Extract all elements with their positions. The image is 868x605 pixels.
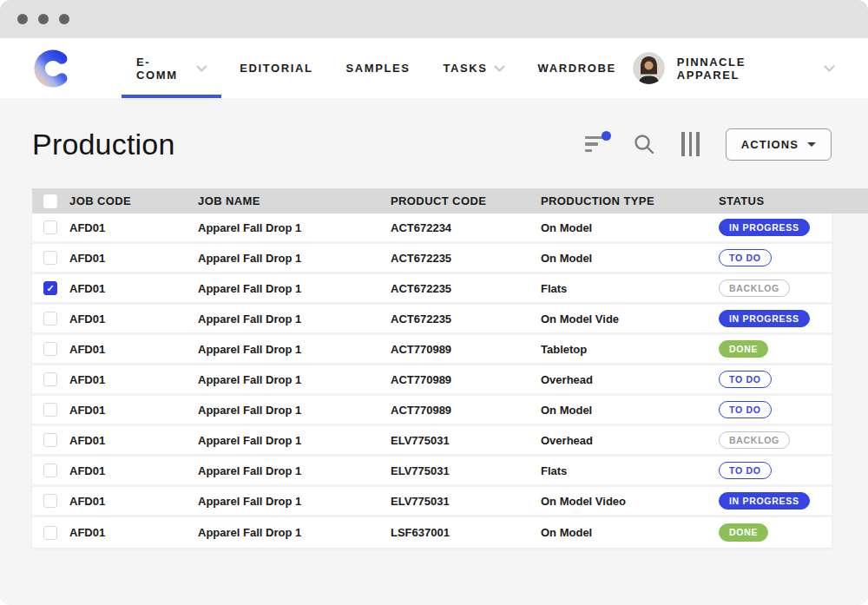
caret-down-icon [807,142,816,147]
nav-item-samples[interactable]: SAMPLES [329,38,426,98]
nav-item-label: EDITORIAL [240,62,312,75]
job-name-cell: Apparel Fall Drop 1 [198,464,391,477]
table-row[interactable]: AFD01 Apparel Fall Drop 1 ACT672234 On M… [32,214,832,244]
product-code-cell: ACT770989 [391,373,541,386]
status-cell: IN PROGRESS [719,310,832,328]
nav-item-label: TASKS [443,62,487,75]
row-checkbox[interactable] [43,372,57,386]
job-code-cell: AFD01 [69,404,198,417]
row-checkbox[interactable] [43,312,57,326]
row-checkbox-cell [32,372,69,386]
status-badge: BACKLOG [719,431,790,450]
job-name-cell: Apparel Fall Drop 1 [198,282,391,295]
job-name-cell: Apparel Fall Drop 1 [198,373,391,386]
nav-item-tasks[interactable]: TASKS [426,38,521,98]
product-code-cell: LSF637001 [391,526,541,539]
row-checkbox[interactable] [43,342,57,356]
job-code-cell: AFD01 [69,434,198,447]
row-checkbox[interactable]: ✓ [43,281,57,295]
nav-item-label: SAMPLES [345,62,410,75]
row-checkbox[interactable] [43,494,57,508]
window-button-1[interactable] [17,14,28,24]
production-type-cell: On Model Vide [541,312,719,326]
product-code-cell: ACT672235 [391,312,541,326]
job-code-cell: AFD01 [69,282,198,295]
production-type-cell: Flats [541,464,719,477]
row-checkbox[interactable] [43,403,57,417]
production-type-cell: Overhead [541,434,719,447]
table-header: JOB CODE JOB NAME PRODUCT CODE PRODUCTIO… [32,188,868,214]
column-header-product-code[interactable]: PRODUCT CODE [391,194,541,207]
table-row[interactable]: AFD01 Apparel Fall Drop 1 ACT672235 On M… [32,305,832,335]
select-all-checkbox[interactable] [43,194,57,208]
row-checkbox[interactable] [43,526,57,540]
column-header-status[interactable]: STATUS [719,194,868,207]
status-cell: TO DO [719,371,832,389]
column-header-job-code[interactable]: JOB CODE [69,194,198,207]
row-checkbox-cell [32,220,69,234]
status-badge: TO DO [719,371,772,389]
table-row[interactable]: AFD01 Apparel Fall Drop 1 ELV775031 On M… [32,487,832,517]
product-code-cell: ACT770989 [391,404,541,417]
actions-button[interactable]: ACTIONS [726,128,832,161]
search-button[interactable] [633,133,655,155]
table-row[interactable]: AFD01 Apparel Fall Drop 1 ACT770989 On M… [32,396,832,426]
user-avatar[interactable] [633,52,665,84]
table-row[interactable]: AFD01 Apparel Fall Drop 1 ACT672235 On M… [32,244,832,274]
production-type-cell: On Model Video [541,495,719,508]
job-code-cell: AFD01 [69,464,198,477]
table-row[interactable]: AFD01 Apparel Fall Drop 1 ACT770989 Over… [32,365,832,396]
window-button-2[interactable] [38,14,49,24]
row-checkbox-cell [32,342,69,356]
creative-force-logo[interactable] [33,49,73,89]
table-row[interactable]: AFD01 Apparel Fall Drop 1 ELV775031 Flat… [32,457,832,487]
status-cell: IN PROGRESS [719,492,832,510]
status-badge: DONE [719,340,768,358]
app-window: E-COMM EDITORIAL SAMPLES TASKS WARDROBE [0,0,868,605]
row-checkbox[interactable] [43,251,57,265]
product-code-cell: ACT672235 [391,252,541,265]
nav-item-editorial[interactable]: EDITORIAL [223,38,329,98]
account-name: PINNACLE APPAREL [677,56,812,82]
table-row[interactable]: AFD01 Apparel Fall Drop 1 ELV775031 Over… [32,426,832,457]
status-badge: BACKLOG [719,279,790,298]
status-cell: TO DO [719,401,832,419]
job-name-cell: Apparel Fall Drop 1 [198,221,391,234]
column-header-production-type[interactable]: PRODUCTION TYPE [541,194,719,207]
table-row[interactable]: ✓ AFD01 Apparel Fall Drop 1 ACT672235 Fl… [32,274,832,305]
row-checkbox[interactable] [43,220,57,234]
job-name-cell: Apparel Fall Drop 1 [198,312,391,326]
header-checkbox-cell [32,194,69,208]
status-cell: DONE [719,340,832,358]
status-cell: TO DO [719,462,832,480]
product-code-cell: ACT672235 [391,282,541,295]
production-type-cell: On Model [541,221,719,234]
production-type-cell: Tabletop [541,343,719,356]
row-checkbox[interactable] [43,464,57,477]
window-button-3[interactable] [59,14,69,24]
row-checkbox-cell [32,251,69,265]
job-code-cell: AFD01 [69,252,198,265]
status-badge: TO DO [719,401,772,419]
nav-item-ecomm[interactable]: E-COMM [120,38,223,98]
table-row[interactable]: AFD01 Apparel Fall Drop 1 LSF637001 On M… [32,517,832,548]
account-menu[interactable]: PINNACLE APPAREL [633,52,835,84]
status-cell: IN PROGRESS [719,219,832,237]
page-toolbar: ACTIONS [583,128,832,161]
job-code-cell: AFD01 [69,373,198,386]
job-code-cell: AFD01 [69,312,198,326]
column-header-job-name[interactable]: JOB NAME [198,194,391,207]
page-header: Production ACTIONS [32,122,832,166]
columns-button[interactable] [681,132,700,156]
table-row[interactable]: AFD01 Apparel Fall Drop 1 ACT770989 Tabl… [32,335,832,365]
status-cell: TO DO [719,249,832,267]
filter-button[interactable] [583,135,607,155]
row-checkbox-cell [32,494,69,508]
job-code-cell: AFD01 [69,526,198,539]
row-checkbox[interactable] [43,433,57,447]
status-badge: TO DO [719,462,772,480]
row-checkbox-cell: ✓ [32,281,69,295]
actions-button-label: ACTIONS [741,138,799,151]
row-checkbox-cell [32,433,69,447]
nav-item-wardrobe[interactable]: WARDROBE [522,38,633,98]
